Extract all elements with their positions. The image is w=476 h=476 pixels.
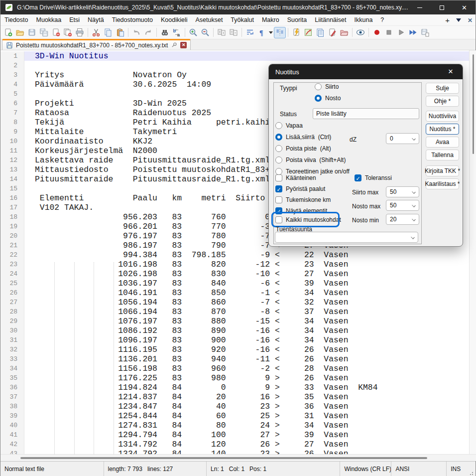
menu-item-asetukset[interactable]: Asetukset [191, 15, 227, 25]
radio-mode-poista-viiva-shift-alt-[interactable]: Poista viiva (Shift+Alt) [275, 157, 346, 163]
toolbar-close[interactable] [50, 27, 62, 38]
dz-dropdown[interactable]: 0 [386, 133, 419, 144]
toolbar-replace[interactable]: ba [171, 27, 183, 38]
toolbar-close-all[interactable] [62, 27, 74, 38]
editor-line[interactable]: 39 1254.844 84 60 25 > 31 Vasen [0, 411, 469, 421]
toolbar-show-all-characters[interactable]: ¶ [256, 27, 268, 38]
tab-close-icon[interactable]: ✕ [180, 42, 187, 48]
menu-item-ty-kalut[interactable]: Työkalut [227, 15, 258, 25]
menu-item-suorita[interactable]: Suorita [283, 15, 311, 25]
toolbar-save-all[interactable] [38, 27, 50, 38]
siirto-max-dropdown[interactable]: 50 [386, 186, 419, 197]
checkbox-kaanteinen[interactable]: Käänteinen [275, 174, 316, 181]
toolbar-folder-as-workspace[interactable] [338, 27, 350, 38]
pyorista-checkbox-box[interactable]: ✓ [275, 185, 282, 192]
sulje-button[interactable]: Sulje [426, 83, 459, 94]
editor-line[interactable]: 40 1274.831 84 80 24 > 34 Vasen [0, 421, 469, 430]
toolbar-run-commands[interactable] [290, 27, 302, 38]
editor-line[interactable]: 42 1314.792 84 120 26 > 27 Vasen [0, 440, 469, 449]
radio-icon[interactable] [315, 83, 322, 90]
toolbar-record-macro[interactable] [371, 27, 383, 38]
toolbar-zoom-in[interactable] [187, 27, 199, 38]
menu-item-tiedostomuoto[interactable]: Tiedostomuoto [108, 15, 157, 25]
resize-grip[interactable] [470, 471, 475, 476]
tukemiskone-checkbox-box[interactable] [275, 196, 282, 203]
toolbar-find[interactable] [159, 27, 171, 38]
toolbar-paste[interactable] [114, 27, 126, 38]
editor-line[interactable]: 29 1076.197 83 880 -15 < 34 Vasen [0, 317, 469, 326]
vertical-scrollbar-thumb[interactable] [473, 54, 474, 154]
radio-mode-vapaa[interactable]: Vapaa [275, 122, 303, 129]
editor-line[interactable]: 41 1294.794 84 100 27 > 39 Vasen [0, 430, 469, 440]
minimize-icon[interactable] [408, 0, 431, 14]
toleranssi-checkbox-box[interactable]: ✓ [355, 174, 361, 181]
tab-active-document[interactable]: Poistettu muutoskohdatR1_83+700 - 85+700… [2, 39, 191, 50]
toolbar-print[interactable] [74, 27, 86, 38]
menu-item-makro[interactable]: Makro [258, 15, 283, 25]
tab-list-icon[interactable] [456, 18, 461, 22]
editor-line[interactable]: 43 1334.792 84 140 23 > 26 Vasen [0, 449, 469, 454]
editor-line[interactable]: 22 994.384 83 798.185 -9 < 22 Vasen [0, 250, 469, 260]
editor-line[interactable]: 30 1086.192 83 890 -16 < 34 Vasen [0, 326, 469, 335]
toolbar-save[interactable] [26, 27, 38, 38]
radio-icon[interactable] [275, 168, 282, 175]
editor-line[interactable]: 26 1046.191 83 850 -1 < 34 Vasen [0, 288, 469, 298]
toolbar-save-macro[interactable] [419, 27, 431, 38]
toolbar-redo[interactable] [142, 27, 154, 38]
dialog-title-bar[interactable]: Nuotitus [269, 64, 463, 79]
status-encoding[interactable]: ANSI [391, 462, 446, 476]
status-field[interactable]: Piste lisätty [313, 108, 419, 119]
horizontal-scrollbar-thumb[interactable] [20, 457, 427, 459]
toolbar-copy[interactable] [102, 27, 114, 38]
close-icon[interactable]: ✕ [453, 0, 476, 14]
tallenna-button[interactable]: Tallenna [426, 150, 459, 160]
pin-icon[interactable] [171, 42, 177, 48]
radio-icon[interactable] [275, 134, 282, 141]
tuentasuunta-dropdown[interactable] [275, 232, 418, 243]
editor-line[interactable]: 28 1066.194 83 870 -8 < 37 Vasen [0, 307, 469, 317]
toolbar-document-list[interactable] [314, 27, 326, 38]
kirjoita-tkk-button[interactable]: Kirjoita TKK * [426, 165, 459, 176]
radio-icon[interactable] [315, 95, 322, 102]
editor-line[interactable]: 31 1096.197 83 900 -16 < 34 Vasen [0, 335, 469, 345]
dialog-close-icon[interactable]: ✕ [444, 67, 458, 77]
radio-mode-teoreettinen-jatke-on-off[interactable]: Teoreettinen jatke on/off [275, 168, 350, 175]
editor-line[interactable]: 38 1234.847 84 40 23 > 36 Vasen [0, 402, 469, 411]
toolbar-file-monitoring[interactable] [355, 27, 366, 38]
toolbar-sync-scroll-horizontal[interactable] [228, 27, 239, 38]
editor-line[interactable]: 24 1026.198 83 830 -10 < 27 Vasen [0, 269, 469, 279]
editor-line[interactable]: 27 1056.194 83 860 -7 < 32 Vasen [0, 298, 469, 307]
editor-line[interactable]: 23 1016.198 83 820 -12 < 23 Vasen [0, 260, 469, 269]
toolbar-new-file[interactable] [2, 27, 14, 38]
menu-item-muokkaa[interactable]: Muokkaa [32, 15, 65, 25]
toolbar-cut[interactable] [90, 27, 102, 38]
radio-mode-poista-piste-alt-[interactable]: Poista piste (Alt) [275, 145, 331, 152]
menu-item-koodikieli[interactable]: Koodikieli [157, 15, 192, 25]
radio-tyyppi-nosto[interactable]: Nosto [315, 95, 341, 102]
toolbar-indent-guide[interactable] [274, 27, 286, 38]
toolbar-open-file[interactable] [14, 27, 26, 38]
checkbox-tukemiskone-km[interactable]: Tukemiskone km [275, 196, 331, 203]
editor-line[interactable]: 35 1176.225 83 980 9 > 26 Vasen [0, 373, 469, 383]
menu-item-n-yt-[interactable]: Näytä [84, 15, 108, 25]
toolbar-word-wrap[interactable] [244, 27, 256, 38]
toolbar-undo[interactable] [130, 27, 142, 38]
checkbox-toleranssi[interactable]: ✓ Toleranssi [355, 174, 392, 181]
editor-line[interactable]: 34 1156.198 83 960 -2 < 28 Vasen [0, 364, 469, 373]
status-eol-format[interactable]: Windows (CR LF) [340, 462, 391, 476]
nosto-max-dropdown[interactable]: 50 [386, 200, 419, 211]
horizontal-scrollbar[interactable] [0, 454, 476, 461]
editor-line[interactable]: 25 1036.197 83 840 -6 < 39 Vasen [0, 279, 469, 288]
radio-tyyppi-siirto[interactable]: Siirto [315, 83, 339, 90]
maximize-icon[interactable] [431, 0, 453, 14]
editor-line[interactable]: 13D-Win Nuotitus [0, 51, 469, 61]
toolbar-zoom-out[interactable] [199, 27, 211, 38]
menu-item-ikkuna[interactable]: Ikkuna [351, 15, 377, 25]
toolbar-stop-macro[interactable] [383, 27, 395, 38]
radio-icon[interactable] [275, 157, 282, 163]
nosto-min-dropdown[interactable]: 20 [386, 214, 419, 225]
toolbar-run-macro-multiple[interactable] [407, 27, 419, 38]
radio-mode-lis-siirr-ctrl-[interactable]: Lisää,siirrä (Ctrl) [275, 134, 331, 141]
toolbar-play-macro[interactable] [395, 27, 407, 38]
nuotitus-button[interactable]: Nuotitus * [426, 124, 459, 135]
